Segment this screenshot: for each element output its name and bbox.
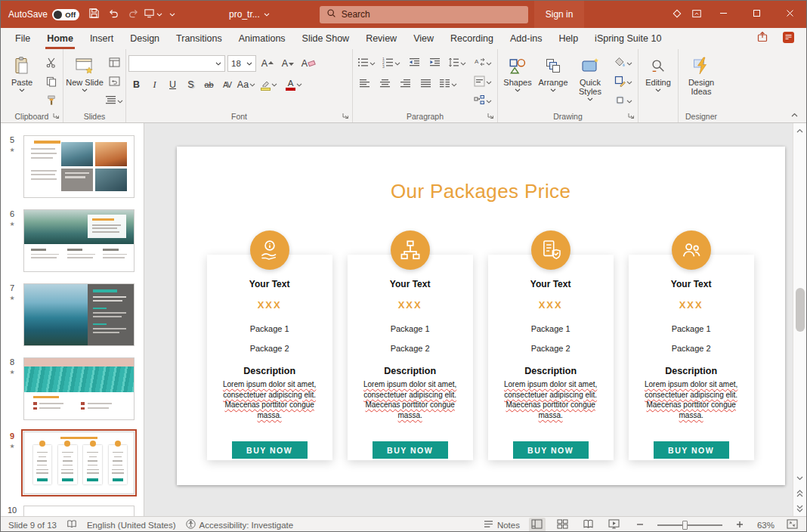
next-slide-button[interactable] (793, 501, 807, 516)
tab-animations[interactable]: Animations (230, 28, 294, 49)
tab-insert[interactable]: Insert (82, 28, 122, 49)
slide-thumbnail[interactable] (23, 283, 134, 346)
autosave-toggle[interactable]: AutoSave Off (8, 9, 79, 20)
decrease-indent-button[interactable] (405, 55, 423, 72)
copy-button[interactable] (42, 74, 60, 91)
font-dialog-launcher[interactable] (341, 111, 350, 120)
document-title[interactable]: pro_tr... (229, 9, 270, 20)
change-case-button[interactable]: Aa (237, 76, 255, 93)
tab-help[interactable]: Help (550, 28, 586, 49)
increase-indent-button[interactable] (425, 55, 444, 72)
decrease-font-size-button[interactable]: A (279, 55, 297, 72)
accessibility-checker-button[interactable]: Accessibility: Investigate (186, 519, 294, 530)
undo-button[interactable] (104, 5, 123, 24)
italic-button[interactable]: I (147, 76, 162, 93)
tab-add-ins[interactable]: Add-ins (502, 28, 550, 49)
editing-button[interactable]: Editing (641, 51, 676, 110)
package-card[interactable]: Your TextXXXPackage 1Package 2Descriptio… (629, 255, 754, 460)
scrollbar-thumb[interactable] (796, 288, 805, 332)
language-button[interactable]: English (United States) (87, 521, 176, 530)
tab-home[interactable]: Home (39, 28, 82, 49)
presence-button[interactable] (667, 5, 687, 24)
comments-button[interactable] (779, 30, 797, 47)
notes-button[interactable]: Notes (484, 520, 520, 530)
reset-slide-button[interactable] (105, 74, 123, 91)
design-ideas-button[interactable]: Design Ideas (681, 51, 722, 110)
bold-button[interactable]: B (128, 76, 144, 93)
increase-font-size-button[interactable]: A (258, 55, 277, 72)
columns-button[interactable] (437, 76, 459, 93)
search-box[interactable]: Search (320, 6, 528, 23)
touch-mouse-mode-button[interactable] (143, 5, 162, 24)
tab-design[interactable]: Design (122, 28, 168, 49)
slide-canvas[interactable]: Our Packages Price Your TextXXXPackage 1… (177, 147, 785, 485)
scrollbar-track[interactable] (793, 138, 807, 471)
redo-button[interactable] (123, 5, 143, 24)
text-shadow-button[interactable]: S (183, 76, 199, 93)
slide-sorter-view-button[interactable] (555, 518, 571, 532)
align-center-button[interactable] (376, 76, 394, 93)
collapse-ribbon-button[interactable] (787, 110, 801, 120)
shapes-button[interactable]: Shapes (500, 51, 535, 110)
slide-thumbnail[interactable] (23, 431, 134, 494)
slide-thumbnail[interactable] (23, 135, 134, 198)
slide-thumbnail[interactable] (23, 506, 134, 516)
bullets-button[interactable] (355, 55, 378, 72)
numbering-button[interactable]: 123 (380, 55, 403, 72)
font-size-combobox[interactable]: 18 (227, 55, 256, 72)
paste-button[interactable]: Paste (3, 51, 41, 110)
slide-layout-button[interactable] (105, 55, 123, 72)
slide-show-button[interactable] (606, 518, 623, 532)
normal-view-button[interactable] (529, 518, 546, 532)
format-painter-button[interactable] (42, 93, 60, 110)
previous-slide-button[interactable] (793, 486, 807, 501)
quick-styles-button[interactable]: Quick Styles (571, 51, 609, 110)
minimize-button[interactable] (707, 1, 740, 28)
buy-now-button[interactable]: BUY NOW (232, 441, 308, 459)
text-highlight-color-button[interactable] (258, 76, 280, 93)
font-color-button[interactable]: A (283, 76, 305, 93)
slide-title[interactable]: Our Packages Price (177, 180, 785, 203)
zoom-out-button[interactable] (632, 518, 648, 532)
slide-thumbnail[interactable] (23, 357, 134, 420)
fit-slide-to-window-button[interactable] (784, 518, 800, 532)
strikethrough-button[interactable]: ab (201, 76, 217, 93)
zoom-in-button[interactable] (731, 518, 748, 532)
character-spacing-button[interactable]: AV (219, 76, 235, 93)
tab-slide-show[interactable]: Slide Show (294, 28, 358, 49)
save-button[interactable] (84, 5, 104, 24)
tab-file[interactable]: File (7, 28, 39, 49)
package-card[interactable]: Your TextXXXPackage 1Package 2Descriptio… (207, 255, 332, 460)
buy-now-button[interactable]: BUY NOW (654, 441, 729, 459)
shape-outline-button[interactable] (611, 74, 635, 91)
buy-now-button[interactable]: BUY NOW (513, 441, 589, 459)
buy-now-button[interactable]: BUY NOW (373, 441, 448, 459)
maximize-button[interactable] (740, 1, 773, 28)
line-spacing-button[interactable] (446, 55, 468, 72)
vertical-scrollbar[interactable] (793, 123, 806, 516)
tab-recording[interactable]: Recording (442, 28, 502, 49)
spell-check-button[interactable] (66, 519, 77, 530)
clipboard-dialog-launcher[interactable] (51, 111, 60, 120)
shape-fill-button[interactable] (611, 55, 635, 72)
reading-view-button[interactable] (580, 518, 597, 532)
tab-view[interactable]: View (405, 28, 442, 49)
zoom-level-button[interactable]: 63% (757, 521, 775, 530)
qat-customize-button[interactable] (162, 5, 182, 24)
cut-button[interactable] (42, 55, 60, 72)
font-name-combobox[interactable] (128, 55, 225, 72)
underline-button[interactable]: U (165, 76, 181, 93)
close-button[interactable] (773, 1, 806, 28)
tab-transitions[interactable]: Transitions (168, 28, 230, 49)
paragraph-dialog-launcher[interactable] (486, 111, 495, 120)
scroll-down-button[interactable] (793, 471, 807, 486)
zoom-slider[interactable] (657, 518, 722, 532)
drawing-dialog-launcher[interactable] (626, 111, 635, 120)
slide-thumbnail[interactable] (23, 209, 134, 272)
tab-review[interactable]: Review (357, 28, 405, 49)
justify-button[interactable] (416, 76, 434, 93)
scroll-up-button[interactable] (793, 123, 807, 138)
align-text-button[interactable] (471, 74, 495, 91)
clear-formatting-button[interactable]: A (299, 55, 317, 72)
section-button[interactable] (105, 93, 123, 110)
